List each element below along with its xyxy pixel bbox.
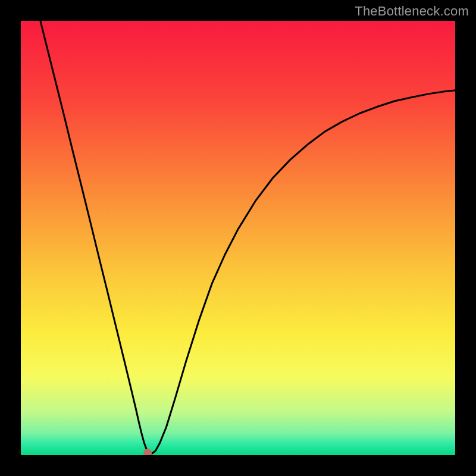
chart-canvas [21, 21, 455, 455]
gradient-background [21, 21, 455, 455]
watermark-text: TheBottleneck.com [355, 4, 469, 19]
plot-area [21, 21, 455, 455]
chart-frame: TheBottleneck.com [0, 0, 476, 476]
